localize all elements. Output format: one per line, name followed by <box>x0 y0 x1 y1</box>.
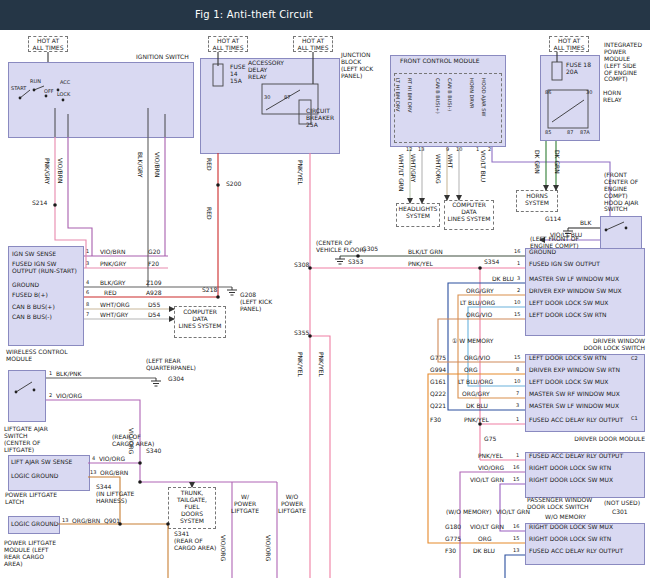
not-used-label: (NOT USED) <box>604 500 640 507</box>
schematic-page: Fig 1: Anti-theft Circuit HOT AT ALL TIM… <box>0 0 650 578</box>
pdm-pin-13: 13 <box>513 548 519 554</box>
splice-s218: S218 <box>202 287 217 294</box>
ddm-title: DRIVER DOOR MODULE <box>574 436 645 443</box>
wire-label-viobrn-2: VIO/BRN <box>153 152 160 177</box>
wire-label-blkgry-1: BLK/GRY <box>136 152 143 178</box>
splice-s341: S341 (REAR OF CARGO AREA) <box>174 531 216 552</box>
wcm-title: WIRELESS CONTROL MODULE <box>6 349 68 363</box>
pdls-color-3: VIO/LT GRN <box>470 477 504 484</box>
splice-s353: S353 <box>348 259 363 266</box>
wire-label-orgbrn-1: ORG/BRN <box>100 470 128 477</box>
pdm-color-1: VIO/LT GRN <box>470 524 504 531</box>
trunk-system-label: TRUNK, TAILGATE, FUEL DOORS SYSTEM <box>177 490 207 524</box>
wire-label-viobrn-3: VIO/BRN <box>100 249 125 256</box>
acc-delay-relay-label: ACCESSORY DELAY RELAY <box>248 60 284 81</box>
wire-label-orgvio-1: ORG/VIO <box>466 312 492 319</box>
ddm-row-3: LEFT DOOR LOCK SW MUX <box>529 379 608 386</box>
ddls-title: DRIVER WINDOW DOOR LOCK SWITCH <box>583 338 645 352</box>
fcm-sig-6: HOOD AJAR SW <box>480 78 486 116</box>
wire-label-blkltgrn: BLK/LT GRN <box>408 249 443 256</box>
la-pin-1: 1 <box>49 371 52 377</box>
splice-s354: S354 <box>484 259 499 266</box>
pdls-title: PASSENGER WINDOW DOOR LOCK SWITCH <box>527 497 592 511</box>
wcm-row-3: GROUND <box>12 282 39 289</box>
wcm-pin-8: 8 <box>86 302 89 308</box>
splice-g75: G75 <box>484 436 496 443</box>
wire-label-orggry-1: ORG/GRY <box>466 288 494 295</box>
latch-pin-4: 4 <box>92 456 95 462</box>
ddm-row-1: LEFT DOOR LOCK SW RTN <box>529 355 607 362</box>
g304-label: G304 <box>168 376 184 383</box>
wire-label-whtltgrn: WHT/LT GRN <box>397 154 404 192</box>
wire-label-pnkgry-2: PNK/GRY <box>100 261 126 268</box>
circuit-code-d54: D54 <box>148 312 160 319</box>
hot-label-2: HOT AT ALL TIMES <box>213 38 244 52</box>
plm-title: POWER LIFTGATE MODULE (LEFT REAR CARGO A… <box>4 540 56 568</box>
logic-ground-row: LOGIC GROUND <box>11 521 58 528</box>
memory-note-1: ① W MEMORY <box>452 338 493 345</box>
la-pin-2: 2 <box>49 393 52 399</box>
relay-pin-85: 85 <box>545 130 551 136</box>
ddls-row-5: LEFT DOOR LOCK SW MUX <box>529 300 608 307</box>
connector-c301: C301 <box>612 509 628 516</box>
circuit-code-z109: Z109 <box>146 280 162 287</box>
splice-s214: S214 <box>32 200 47 207</box>
pdm-code-1: G180 <box>445 524 461 531</box>
wire-label-violtgrn-2: VIO/LT GRN <box>496 509 530 516</box>
fuse18-label: FUSE 18 20A <box>566 62 591 76</box>
ddm-code-6: F30 <box>430 417 441 424</box>
pdm-pin-16: 16 <box>513 524 519 530</box>
wire-label-red-3: RED <box>104 290 117 297</box>
ddm-pin-1b: 1 <box>516 417 519 423</box>
ignition-switch-title: IGNITION SWITCH <box>136 54 189 61</box>
splice-s340: S340 <box>146 448 161 455</box>
g304-loc: (LEFT REAR QUARTERPANEL) <box>146 358 196 372</box>
circuit-breaker-label: CIRCUIT BREAKER 25A <box>306 108 334 129</box>
wire-label-vioorg-5: VIO/ORG <box>264 535 271 561</box>
pdls-color-2: VIO/ORG <box>478 465 504 472</box>
pdls-pin-15: 15 <box>513 477 519 483</box>
ddm-color-6: PNK/YEL <box>464 417 489 424</box>
wo-power-liftgate-label: W/O POWER LIFTGATE <box>278 494 306 515</box>
wire-label-violtblu-1: VIO/LT BLU <box>479 150 486 182</box>
wire-label-whtorg-1: WHT/ORG <box>434 154 441 184</box>
wire-label-vioorg-3: VIO/ORG <box>127 428 134 454</box>
wire-label-blkpnk: BLK/PNK <box>56 371 81 378</box>
ign-pos-run: RUN <box>30 79 41 85</box>
hot-label-4: HOT AT ALL TIMES <box>554 38 585 52</box>
splice-s355: S355 <box>294 330 309 337</box>
wire-label-red-1: RED <box>205 158 212 171</box>
relay-pin-30: 30 <box>264 95 270 101</box>
relay-pin-87b: 87 <box>567 130 573 136</box>
fuse14-label: FUSE 14 15A <box>230 64 245 85</box>
ddls-pin-3: 3 <box>517 276 520 282</box>
ddls-pin-15: 15 <box>514 312 520 318</box>
splice-s308: S308 <box>294 262 309 269</box>
ign-pos-acc: ACC <box>60 80 70 86</box>
wire-label-wht: WHT <box>446 154 453 168</box>
wcm-row-5: CAN B BUS(+) <box>12 304 55 311</box>
hot-label-3: HOT AT ALL TIMES <box>298 38 329 52</box>
cdl-left-label: COMPUTER DATA LINES SYSTEM <box>178 309 221 330</box>
wcm-pin-3: 3 <box>86 261 89 267</box>
pdls-pin-1: 1 <box>516 453 519 459</box>
ddls-row-2: FUSED IGN SW OUTPUT <box>529 261 600 268</box>
latch-row-1: LIFT AJAR SW SENSE <box>11 459 72 466</box>
ddm-code-2: G994 <box>430 367 446 374</box>
circuit-code-a928: A928 <box>146 290 162 297</box>
wire-label-vioorg-4: VIO/ORG <box>219 535 226 561</box>
g114-label: G114 <box>545 216 561 223</box>
memory-note-2: (W/O MEMORY) <box>446 509 492 516</box>
g208-label: G208 (LEFT KICK PANEL) <box>240 292 272 313</box>
wire-label-whtgry-2: WHT/GRY <box>100 312 128 319</box>
ddls-row-6: LEFT DOOR LOCK SW RTN <box>529 312 607 319</box>
pdm-row-2: RIGHT DOOR LOCK SW RTN <box>529 536 611 543</box>
wire-label-violtblu-2: VIO/LT BLU <box>550 232 582 239</box>
circuit-code-f20: F20 <box>148 261 159 268</box>
ddls-pin-10: 10 <box>514 300 520 306</box>
wcm-pin-4: 4 <box>86 280 89 286</box>
ddls-pin-1: 1 <box>517 261 520 267</box>
ddm-pin-10b: 10 <box>514 379 520 385</box>
wire-label-pnkyel-3: PNK/YEL <box>296 352 303 377</box>
relay-pin-87: 87 <box>284 95 290 101</box>
